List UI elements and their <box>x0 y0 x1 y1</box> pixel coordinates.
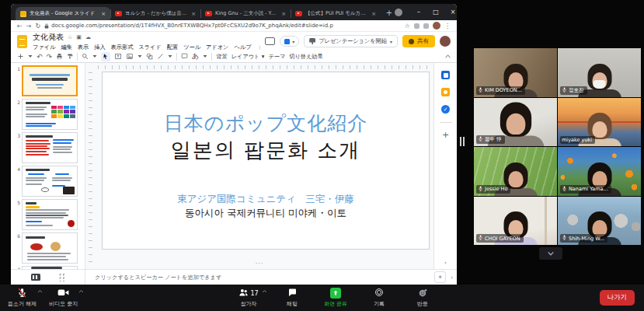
slideshow-icon[interactable] <box>265 37 275 45</box>
browser-menu-icon[interactable]: ⋮ <box>444 23 451 30</box>
menu-item[interactable]: ツール <box>183 44 200 51</box>
document-title[interactable]: 文化発表 <box>33 32 64 43</box>
share-button[interactable]: 共有 <box>402 35 435 47</box>
caret-down-icon[interactable] <box>168 52 172 61</box>
caret-down-icon[interactable] <box>28 52 33 61</box>
close-tab-icon[interactable]: × <box>101 11 106 17</box>
slide-subtitle-japanese[interactable]: 東アジア国際コミュニティ 三宅・伊藤 <box>103 193 429 206</box>
menu-item[interactable]: ヘルプ <box>234 44 251 51</box>
move-folder-icon[interactable]: ▣ <box>76 34 82 40</box>
slide-title-korean[interactable]: 일본의 팝문화 소개 <box>103 137 429 164</box>
share-button[interactable]: 화면 공유 <box>320 285 351 311</box>
menu-item[interactable]: 編集 <box>61 44 71 51</box>
extension-icon[interactable] <box>414 23 419 29</box>
participant-video-tile[interactable]: miyake yuki <box>558 98 641 147</box>
slide-subtitle-korean[interactable]: 동아시아 국제커뮤니티 미야케・이토 <box>103 207 429 220</box>
slide-thumbnail[interactable]: 4 <box>12 166 85 197</box>
slide-thumbnail[interactable]: 1 <box>12 65 85 96</box>
menu-item[interactable]: 表示 <box>78 44 89 51</box>
toolbar-text-button[interactable]: テーマ <box>268 53 285 61</box>
slide-thumbnail[interactable]: 5 <box>12 199 85 230</box>
redo-icon[interactable]: ↷ <box>47 52 53 61</box>
caret-down-icon[interactable] <box>92 52 97 61</box>
close-button[interactable]: × <box>444 4 457 20</box>
slide-thumbnail[interactable]: 2 <box>12 99 85 130</box>
video-button[interactable]: 비디오 중지 <box>46 285 81 311</box>
participant-video-tile[interactable]: Nanami Yama... <box>558 147 641 196</box>
caret-down-icon[interactable] <box>138 52 142 61</box>
notes-resize-handle[interactable]: ··· <box>256 260 264 267</box>
participant-video-tile[interactable]: CHOI GAYEON <box>474 197 557 246</box>
current-slide[interactable]: 日本のポップ文化紹介 일본의 팝문화 소개 東アジア国際コミュニティ 三宅・伊藤… <box>102 72 430 250</box>
plus-icon[interactable] <box>17 52 24 61</box>
add-addon-icon[interactable]: + <box>442 131 449 139</box>
browser-avatar[interactable] <box>433 22 440 30</box>
speaker-notes-placeholder[interactable]: クリックするとスピーカー ノートを追加できます <box>85 274 434 281</box>
menu-item[interactable]: アドオン <box>206 44 228 51</box>
new-tab-button[interactable]: + <box>384 8 395 19</box>
toolbar-text-button[interactable]: レイアウト ▾ <box>231 53 265 61</box>
text-box-icon[interactable] <box>114 52 122 61</box>
comment-icon[interactable] <box>181 52 188 61</box>
browser-tab[interactable]: 文化発表 - Google スライド × <box>16 7 110 20</box>
insert-image-icon[interactable] <box>126 52 134 61</box>
undo-icon[interactable]: ↶ <box>37 52 43 61</box>
slide-thumbnail[interactable]: 6 <box>12 232 85 264</box>
close-tab-icon[interactable]: × <box>371 11 376 17</box>
hide-side-panel-icon[interactable]: › <box>444 260 447 266</box>
calendar-icon[interactable] <box>441 71 450 79</box>
paint-format-icon[interactable] <box>67 52 73 61</box>
menu-item[interactable]: ファイル <box>33 44 55 51</box>
browser-profile-icon[interactable] <box>395 9 402 16</box>
menu-item[interactable]: スライド <box>138 44 161 51</box>
minimize-button[interactable]: – <box>410 4 427 20</box>
explore-button[interactable]: ✦ <box>434 271 446 283</box>
close-tab-icon[interactable]: × <box>191 11 196 17</box>
browser-tab[interactable]: ヨルシカ - だから僕は音楽を辞めた × <box>110 7 200 20</box>
filmstrip-view-icon[interactable] <box>31 274 40 281</box>
participant-video-tile[interactable]: Jessie Ho <box>474 147 557 196</box>
keep-icon[interactable] <box>441 88 450 96</box>
address-bar[interactable]: docs.google.com/presentation/d/1T4fHVX_B… <box>44 23 401 29</box>
slide-title-japanese[interactable]: 日本のポップ文化紹介 <box>103 110 429 136</box>
slide-thumbnail[interactable]: 3 <box>12 132 85 163</box>
close-tab-icon[interactable]: × <box>281 11 286 17</box>
caret-up-icon[interactable] <box>78 288 84 295</box>
reload-icon[interactable]: ↻ <box>35 23 40 30</box>
participant-video-tile[interactable]: 정호진 <box>558 48 641 97</box>
toolbar-text-button[interactable]: 背景 <box>216 53 227 61</box>
zoom-icon[interactable] <box>82 52 89 61</box>
caret-down-icon[interactable] <box>203 52 207 61</box>
toolbar-text-button[interactable]: 切り替え効果 <box>289 53 322 61</box>
grid-view-icon[interactable] <box>57 274 65 281</box>
menu-item[interactable]: 挿入 <box>94 44 105 51</box>
slide-thumbnail[interactable]: 7 <box>12 266 85 269</box>
browser-tab[interactable]: King Gnu - 三文小説 - YouTube × <box>200 7 291 20</box>
participant-video-tile[interactable]: KIM DOYEON... <box>474 48 557 97</box>
start-presentation-button[interactable]: プレゼンテーションを開始▾ <box>304 35 398 47</box>
star-document-icon[interactable]: ☆ <box>68 34 72 40</box>
collapse-toolbar-icon[interactable] <box>445 52 451 61</box>
present-to-meeting-button[interactable]: ▾ <box>280 36 299 47</box>
menu-item[interactable]: 配置 <box>167 44 178 51</box>
shape-icon[interactable] <box>146 52 153 61</box>
participants-button[interactable]: 17 참가자 <box>233 285 264 311</box>
leave-meeting-button[interactable]: 나가기 <box>600 290 635 306</box>
record-button[interactable]: 기록 <box>364 285 395 311</box>
maximize-button[interactable]: □ <box>427 4 444 20</box>
extension-icon[interactable] <box>423 23 429 29</box>
reactions-button[interactable]: 반응 <box>407 285 438 311</box>
back-icon[interactable]: ← <box>17 23 23 30</box>
caret-up-icon[interactable] <box>37 288 43 295</box>
collapse-videos-button[interactable] <box>539 247 562 260</box>
last-edit-link[interactable]: 最終編集: 47 分前（匿名... <box>259 44 260 51</box>
mic-button[interactable]: 음소거 해제 <box>5 285 40 311</box>
browser-tab[interactable]: 【公式】PUI PUI モルカー 第1話 × <box>291 7 381 20</box>
text-style-icon[interactable]: あ <box>192 52 199 61</box>
expand-icon[interactable]: › <box>451 274 453 281</box>
panel-resize-handle[interactable] <box>460 137 465 146</box>
tasks-icon[interactable]: ✓ <box>441 105 450 114</box>
menu-item[interactable]: 表示形式 <box>111 44 134 51</box>
chat-button[interactable]: 채팅 <box>277 285 308 311</box>
print-icon[interactable] <box>56 52 63 61</box>
